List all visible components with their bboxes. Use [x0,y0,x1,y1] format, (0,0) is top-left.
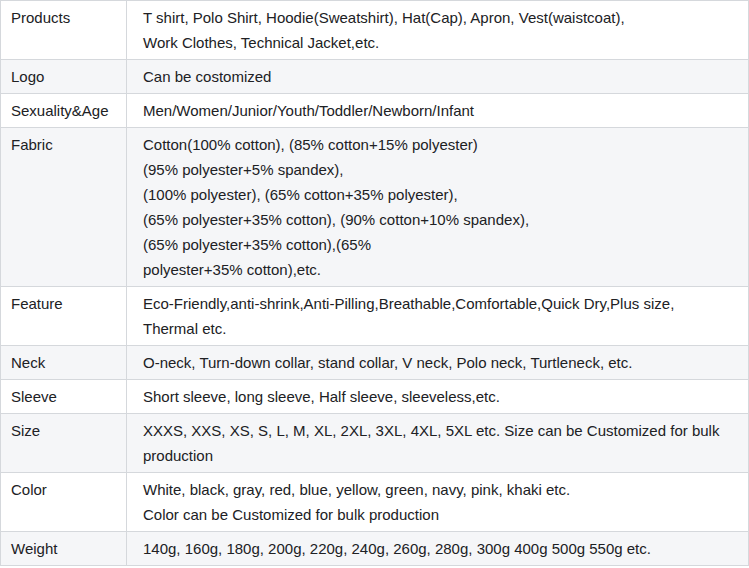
spec-row-sleeve: Sleeve Short sleeve, long sleeve, Half s… [1,380,749,414]
spec-value-products: T shirt, Polo Shirt, Hoodie(Sweatshirt),… [127,1,749,60]
spec-value-sleeve: Short sleeve, long sleeve, Half sleeve, … [127,380,749,414]
spec-label-sleeve: Sleeve [1,380,127,414]
spec-row-size: Size XXXS, XXS, XS, S, L, M, XL, 2XL, 3X… [1,414,749,473]
spec-label-weight: Weight [1,532,127,566]
spec-row-color: Color White, black, gray, red, blue, yel… [1,473,749,532]
spec-row-logo: Logo Can be costomized [1,60,749,94]
spec-label-feature: Feature [1,287,127,346]
spec-row-products: Products T shirt, Polo Shirt, Hoodie(Swe… [1,1,749,60]
spec-value-logo: Can be costomized [127,60,749,94]
product-spec-table: Products T shirt, Polo Shirt, Hoodie(Swe… [0,0,749,566]
spec-row-weight: Weight 140g, 160g, 180g, 200g, 220g, 240… [1,532,749,566]
spec-value-color: White, black, gray, red, blue, yellow, g… [127,473,749,532]
spec-value-feature: Eco-Friendly,anti-shrink,Anti-Pilling,Br… [127,287,749,346]
spec-row-sexuality-age: Sexuality&Age Men/Women/Junior/Youth/Tod… [1,94,749,128]
spec-row-fabric: Fabric Cotton(100% cotton), (85% cotton+… [1,128,749,287]
spec-value-weight: 140g, 160g, 180g, 200g, 220g, 240g, 260g… [127,532,749,566]
spec-label-logo: Logo [1,60,127,94]
spec-label-sexuality-age: Sexuality&Age [1,94,127,128]
spec-table-body: Products T shirt, Polo Shirt, Hoodie(Swe… [1,1,749,566]
spec-label-color: Color [1,473,127,532]
spec-row-neck: Neck O-neck, Turn-down collar, stand col… [1,346,749,380]
spec-value-fabric: Cotton(100% cotton), (85% cotton+15% pol… [127,128,749,287]
spec-value-sexuality-age: Men/Women/Junior/Youth/Toddler/Newborn/I… [127,94,749,128]
spec-label-fabric: Fabric [1,128,127,287]
spec-value-neck: O-neck, Turn-down collar, stand collar, … [127,346,749,380]
spec-value-size: XXXS, XXS, XS, S, L, M, XL, 2XL, 3XL, 4X… [127,414,749,473]
spec-row-feature: Feature Eco-Friendly,anti-shrink,Anti-Pi… [1,287,749,346]
spec-label-products: Products [1,1,127,60]
spec-label-size: Size [1,414,127,473]
spec-label-neck: Neck [1,346,127,380]
